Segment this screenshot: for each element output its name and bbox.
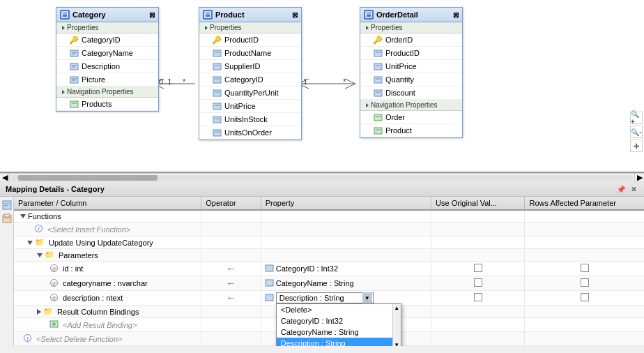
params-label: Parameters (59, 251, 98, 260)
svg-text:@: @ (52, 296, 56, 301)
use-orig-cb-3[interactable] (474, 293, 482, 301)
expand-product[interactable]: ⊠ (292, 11, 298, 19)
entity-orderdetail-header[interactable]: OrderDetail ⊠ (360, 8, 462, 22)
prop-icon (373, 61, 383, 71)
table-row: @ id : int ← (14, 262, 644, 276)
cardinality-star-1: * (183, 77, 185, 86)
result-label: Result Column Bindings (57, 308, 139, 316)
expand-category[interactable]: ⊠ (149, 11, 155, 19)
category-properties-label: Properties (67, 24, 99, 31)
entity-orderdetail[interactable]: OrderDetail ⊠ Properties 🔑 OrderID Produ… (360, 7, 463, 138)
diagram-area: Category ⊠ Properties 🔑 CategoryID Categ… (0, 0, 644, 173)
svg-rect-67 (266, 294, 273, 301)
category-properties-header[interactable]: Properties (56, 22, 158, 33)
dropdown-item-categoryname[interactable]: CategoryName : String (277, 326, 392, 338)
cardinality-star-2: * (343, 77, 346, 86)
toolbar-btn-2[interactable] (1, 213, 13, 224)
scroll-thumb[interactable] (18, 175, 158, 181)
col-operator: Operator (201, 197, 261, 210)
prop-icon (212, 48, 222, 58)
rows-aff-cb-2[interactable] (581, 278, 589, 287)
functions-row-cell: Functions (14, 210, 201, 223)
expand-params-icon[interactable] (37, 253, 43, 257)
product-properties-label: Properties (210, 24, 242, 31)
dropdown-item-description[interactable]: Description : String (277, 338, 392, 346)
description-dropdown[interactable]: Description : String ▼ <Delete> Category… (276, 292, 374, 303)
product-properties-header[interactable]: Properties (199, 22, 301, 33)
diagram-scrollbar[interactable]: ◀ ▶ (0, 173, 644, 181)
category-navprops-header[interactable]: Navigation Properties (56, 87, 158, 98)
table-row: @ description : ntext ← (14, 291, 644, 306)
orderdetail-prop-orderid: 🔑 OrderID (360, 33, 462, 47)
expand-result-icon[interactable] (37, 309, 41, 315)
description-param-label: description : ntext (63, 294, 123, 302)
category-prop-picture: Picture (56, 73, 158, 87)
toolbar-btn-1[interactable] (1, 200, 13, 211)
entity-category[interactable]: Category ⊠ Properties 🔑 CategoryID Categ… (56, 7, 159, 112)
mapping-header-controls: 📌 ✕ (616, 184, 638, 194)
entity-product[interactable]: Product ⊠ Properties 🔑 ProductID Product… (199, 7, 302, 140)
rows-aff-cb-3[interactable] (581, 293, 589, 301)
scroll-right-btn[interactable]: ▶ (634, 174, 644, 182)
svg-rect-51 (3, 201, 11, 209)
crosshair-icon[interactable]: ✛ (630, 140, 643, 152)
svg-rect-29 (213, 90, 221, 96)
svg-rect-31 (213, 103, 221, 110)
svg-rect-41 (374, 63, 382, 70)
use-orig-cb-1[interactable] (474, 264, 482, 272)
expand-update-icon[interactable] (27, 241, 33, 245)
expand-functions-icon[interactable] (20, 214, 26, 218)
prop-icon (373, 48, 383, 58)
entity-category-icon (60, 10, 70, 20)
category-prop-categoryid: 🔑 CategoryID (56, 33, 158, 47)
scroll-left-btn[interactable]: ◀ (0, 174, 10, 182)
svg-line-6 (345, 79, 355, 84)
scroll-down-btn[interactable]: ▼ (394, 342, 399, 346)
key-icon: 🔑 (69, 35, 79, 45)
entity-orderdetail-icon (364, 10, 374, 20)
svg-rect-37 (366, 12, 371, 17)
close-mapping-btn[interactable]: ✕ (629, 184, 638, 194)
product-prop-productname: ProductName (199, 47, 301, 60)
orderdetail-prop-productid: ProductID (360, 47, 462, 60)
triangle-icon (366, 103, 369, 107)
prop-icon (373, 75, 383, 84)
add-icon (49, 320, 59, 330)
dropdown-item-delete[interactable]: <Delete> (277, 304, 392, 315)
dropdown-arrow-icon[interactable]: ▼ (362, 292, 372, 303)
svg-rect-45 (374, 90, 382, 96)
entity-product-header[interactable]: Product ⊠ (199, 8, 301, 22)
add-result-label[interactable]: <Add Result Binding> (63, 321, 137, 329)
dropdown-scrollbar[interactable]: ▲ ▼ (392, 304, 401, 346)
entity-orderdetail-name: OrderDetail (376, 10, 418, 19)
col-use-orig: Use Original Val... (431, 197, 525, 210)
dropdown-item-categoryid[interactable]: CategoryID : Int32 (277, 315, 392, 326)
arrow-operator-1: ← (227, 263, 236, 274)
orderdetail-prop-unitprice: UnitPrice (360, 60, 462, 73)
triangle-icon (205, 26, 208, 30)
product-prop-supplierid: SupplierID (199, 60, 301, 73)
update-label: Update Using UpdateCategory (49, 239, 153, 247)
entity-category-name: Category (72, 10, 106, 19)
rows-aff-cb-1[interactable] (581, 264, 589, 272)
entity-category-header[interactable]: Category ⊠ (56, 8, 158, 22)
use-orig-cb-2[interactable] (474, 278, 482, 287)
orderdetail-properties-header[interactable]: Properties (360, 22, 462, 33)
update-folder-icon: 📁 (35, 238, 45, 247)
product-prop-productid: 🔑 ProductID (199, 33, 301, 47)
svg-rect-39 (374, 50, 382, 57)
zoom-out-icon[interactable]: 🔍- (630, 126, 643, 138)
pin-icon[interactable]: 📌 (616, 184, 626, 194)
product-prop-unitsinstock: UnitsInStock (199, 113, 301, 126)
table-body: Functions f <Select Insert Fun (14, 210, 644, 346)
select-delete-label[interactable]: <Select Delete Function> (36, 335, 123, 343)
prop-icon (212, 114, 222, 124)
select-insert-label[interactable]: <Select Insert Function> (47, 225, 130, 234)
table-row: 📁 Update Using UpdateCategory (14, 236, 644, 249)
product-prop-categoryid: CategoryID (199, 73, 301, 87)
expand-orderdetail[interactable]: ⊠ (453, 11, 459, 19)
zoom-in-icon[interactable]: 🔍+ (630, 112, 643, 124)
scroll-up-btn[interactable]: ▲ (394, 305, 399, 311)
orderdetail-navprops-header[interactable]: Navigation Properties (360, 100, 462, 111)
orderdetail-navprop-product: Product (360, 124, 462, 137)
